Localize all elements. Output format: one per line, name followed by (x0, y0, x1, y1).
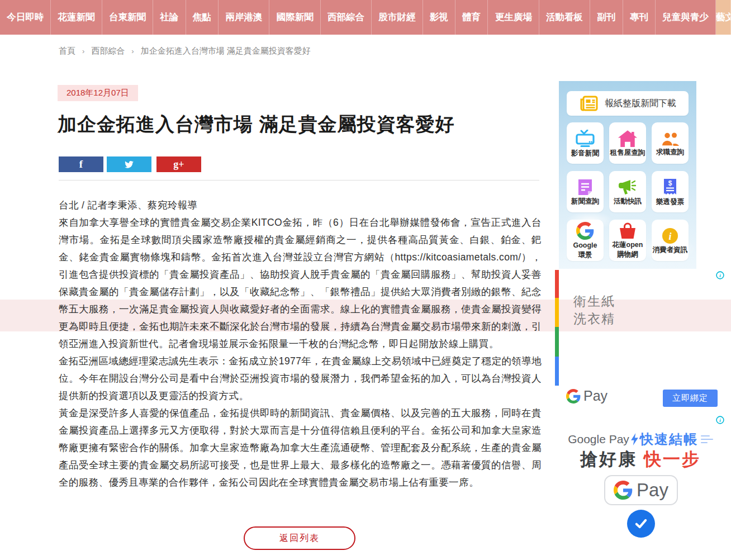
google-icon (576, 222, 594, 240)
check-circle-icon (627, 510, 655, 538)
sidebar-item-lottery-invoice[interactable]: $ 樂透發票 (652, 171, 689, 212)
article-byline: 台北 / 記者李秉添、蔡宛玲報導 (59, 197, 542, 214)
ad-product-line2: 洗衣精 (573, 310, 615, 328)
google-plus-icon: g+ (173, 159, 184, 170)
sidebar-item-label: 影音新聞 (571, 149, 599, 157)
article-paragraph: 金拓亞洲區域總經理梁志誠先生表示：金拓成立於1977年，在貴金屬線上交易領域中已… (59, 353, 542, 405)
nav-item-supplement[interactable]: 副刊 (590, 0, 623, 35)
sidebar-item-video-news[interactable]: 影音新聞 (567, 122, 604, 164)
nav-item-international[interactable]: 國際新聞 (269, 0, 320, 35)
sidebar-item-label: 求職查詢 (656, 148, 684, 156)
gpay-logo-pay-text: Pay (637, 480, 668, 501)
megaphone-icon (618, 179, 637, 196)
promo-subline-dark: 搶好康 (580, 448, 637, 471)
sidebar-item-label: 消費者資訊 (653, 246, 688, 254)
top-nav: 今日即時 花蓮新聞 台東新聞 社論 焦點 兩岸港澳 國際新聞 西部綜合 股市財經… (0, 0, 731, 35)
svg-text:i: i (668, 230, 671, 241)
ad-choices-icon[interactable]: i (716, 416, 724, 426)
facebook-icon: f (79, 158, 83, 170)
ad-product-line1: 衛生紙 (573, 293, 615, 310)
google-pay-brand-text: Google Pay (568, 433, 629, 446)
breadcrumb-home[interactable]: 首頁 (59, 46, 75, 56)
svg-text:$: $ (668, 179, 672, 187)
nav-item-taitung[interactable]: 台東新聞 (102, 0, 153, 35)
sidebar-item-event-news[interactable]: 活動快訊 (609, 171, 646, 212)
nav-item-today[interactable]: 今日即時 (0, 0, 51, 35)
nav-item-sports[interactable]: 體育 (455, 0, 488, 35)
newspaper-download-label: 報紙整版新聞下載 (605, 98, 676, 110)
sidebar-item-housing-search[interactable]: 租售屋查詢 (609, 122, 646, 164)
breadcrumb-separator: › (131, 47, 134, 55)
nav-item-special[interactable]: 專刊 (623, 0, 656, 35)
ad-product-text[interactable]: 衛生紙 洗衣精 (573, 293, 615, 328)
sidebar-item-label: 活動快訊 (614, 197, 642, 205)
article-body: 台北 / 記者李秉添、蔡宛玲報導 來自加拿大享譽全球的實體貴金屬交易企業KITC… (59, 197, 542, 491)
newspaper-icon (579, 96, 598, 111)
svg-text:i: i (719, 417, 721, 423)
sidebar-quick-links: 報紙整版新聞下載 影音新聞 租售屋查詢 (559, 81, 696, 269)
google-plus-share-button[interactable]: g+ (156, 156, 201, 172)
google-g-icon (614, 481, 633, 500)
sidebar-item-label: 租售屋查詢 (610, 149, 645, 156)
tv-icon (576, 130, 595, 148)
nav-item-arts-partial[interactable]: 藝文 (716, 0, 731, 35)
nav-item-cross-strait[interactable]: 兩岸港澳 (219, 0, 269, 35)
lightning-bolt-icon (631, 433, 638, 445)
promo-subline-row: 搶好康 快一步 (557, 448, 724, 471)
nav-item-hualien[interactable]: 花蓮新聞 (51, 0, 102, 35)
share-buttons: f g+ (59, 156, 201, 172)
sidebar-item-label: 樂透發票 (656, 198, 684, 206)
ad-choices-icon[interactable]: i (716, 271, 724, 282)
nav-item-entertainment[interactable]: 影視 (423, 0, 455, 35)
sidebar-item-news-search[interactable]: 新聞查詢 (567, 171, 604, 212)
nav-item-stocks[interactable]: 股市財經 (372, 0, 423, 35)
back-to-list-button[interactable]: 返回列表 (244, 526, 355, 550)
sidebar-item-label-line2: 環景 (578, 251, 592, 259)
nav-item-editorial[interactable]: 社論 (153, 0, 186, 35)
sidebar-item-label: 新聞查詢 (571, 197, 599, 205)
house-icon (618, 130, 637, 147)
sidebar-item-consumer-info[interactable]: i 消費者資訊 (652, 220, 689, 261)
info-icon: i (662, 227, 678, 244)
article-paragraph: 黃金是深受許多人喜愛的保值產品，金拓提供即時的新聞資訊、貴金屬價格、以及完善的五… (59, 405, 542, 491)
nav-item-youth[interactable]: 兒童與青少 (656, 0, 716, 35)
nav-item-west[interactable]: 西部綜合 (321, 0, 372, 35)
page-title: 加企金拓進入台灣市場 滿足貴金屬投資客愛好 (58, 112, 549, 137)
promo-headline-text: 快速結帳 (640, 430, 698, 448)
quick-link-grid: 影音新聞 租售屋查詢 求職查詢 (567, 122, 689, 261)
document-icon (577, 179, 593, 196)
sidebar-item-job-search[interactable]: 求職查詢 (652, 122, 689, 164)
article-paragraph: 來自加拿大享譽全球的實體貴金屬交易企業KITCO金拓，昨（6）日在台北舉辦媒體發… (59, 214, 542, 353)
people-icon (661, 131, 680, 146)
facebook-share-button[interactable]: f (59, 156, 103, 172)
newspaper-download-button[interactable]: 報紙整版新聞下載 (567, 91, 689, 116)
shopping-bag-icon (619, 222, 637, 239)
promo-subline-red: 快一步 (644, 448, 701, 471)
breadcrumb-section[interactable]: 西部綜合 (91, 46, 125, 56)
gpay-logo-pill: Pay (604, 475, 678, 505)
bind-now-button[interactable]: 立即綁定 (663, 390, 718, 407)
breadcrumb-current: 加企金拓進入台灣市場 滿足貴金屬投資客愛好 (141, 46, 311, 56)
gpay-promo-ad[interactable]: Google Pay 快速結帳 搶好康 快一步 Pay (557, 416, 724, 560)
breadcrumb: 首頁 › 西部綜合 › 加企金拓進入台灣市場 滿足貴金屬投資客愛好 (59, 46, 311, 56)
nav-item-gengsheng-plaza[interactable]: 更生廣場 (488, 0, 539, 35)
sidebar-item-google-streetview[interactable]: Google 環景 (567, 220, 604, 261)
sidebar-item-label: Google (573, 241, 597, 249)
receipt-icon: $ (663, 178, 677, 196)
nav-item-events-board[interactable]: 活動看板 (539, 0, 590, 35)
divider (59, 180, 539, 181)
article-date-badge: 2018年12月07日 (58, 85, 138, 101)
ad-color-bar (555, 270, 559, 386)
sidebar-item-label-line2: 購物網 (617, 250, 638, 258)
svg-text:i: i (719, 273, 721, 278)
promo-headline-row: Google Pay 快速結帳 (557, 430, 724, 448)
sidebar-item-hualien-open-shop[interactable]: 花蓮open 購物網 (609, 220, 646, 261)
nav-item-focus[interactable]: 焦點 (186, 0, 219, 35)
twitter-icon (123, 159, 135, 169)
gpay-logo: Pay (566, 388, 607, 404)
gpay-logo-pay-text: Pay (583, 388, 607, 404)
google-g-icon (566, 389, 581, 404)
speed-lines-decoration (701, 435, 713, 443)
twitter-share-button[interactable] (107, 156, 151, 172)
breadcrumb-separator: › (82, 47, 84, 55)
